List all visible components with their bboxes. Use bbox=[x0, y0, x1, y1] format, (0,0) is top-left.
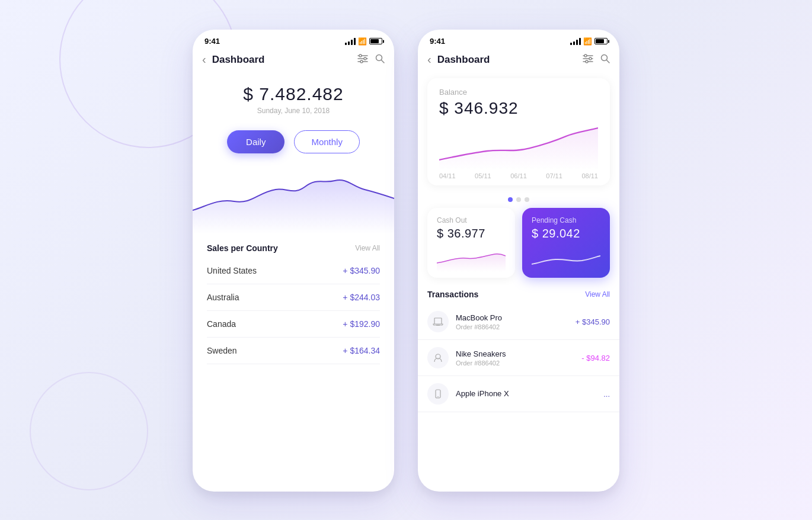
status-icons-right: 📶 bbox=[570, 37, 608, 46]
country-name: Australia bbox=[207, 293, 239, 302]
signal-bar-4 bbox=[579, 38, 581, 45]
signal-icon-right bbox=[570, 38, 581, 45]
battery-icon bbox=[369, 38, 382, 44]
signal-bar-1 bbox=[570, 43, 572, 45]
balance-card-right: Balance $ 346.932 04/11 05/11 0 bbox=[427, 78, 610, 185]
status-bar-left: 9:41 📶 bbox=[193, 30, 394, 50]
back-button-right[interactable]: ‹ bbox=[427, 53, 431, 66]
chart-x-labels: 04/11 05/11 06/11 07/11 08/11 bbox=[439, 170, 598, 179]
svg-line-7 bbox=[382, 60, 385, 63]
dot-1[interactable] bbox=[508, 197, 513, 202]
x-label-4: 07/11 bbox=[546, 172, 562, 179]
svg-point-5 bbox=[360, 60, 363, 63]
balance-label-right: Balance bbox=[439, 88, 598, 97]
svg-point-13 bbox=[586, 60, 588, 63]
dot-2[interactable] bbox=[516, 197, 521, 202]
x-label-1: 04/11 bbox=[439, 172, 456, 179]
country-list: United States + $345.90 Australia + $244… bbox=[193, 258, 394, 364]
nav-bar-right: ‹ Dashboard bbox=[418, 50, 619, 72]
svg-point-11 bbox=[584, 54, 587, 57]
country-name: United States bbox=[207, 266, 257, 275]
left-chart bbox=[193, 163, 394, 234]
signal-bar-2 bbox=[573, 41, 575, 45]
wifi-icon-right: 📶 bbox=[583, 37, 592, 46]
signal-bar-4 bbox=[354, 38, 356, 45]
transaction-icon-nike bbox=[427, 347, 449, 368]
x-label-3: 06/11 bbox=[510, 172, 527, 179]
x-label-5: 08/11 bbox=[581, 172, 598, 179]
battery-icon-right bbox=[594, 38, 608, 44]
transaction-info-iphone: Apple iPhone X bbox=[456, 389, 603, 399]
signal-icon bbox=[345, 38, 356, 45]
filter-icon-left[interactable] bbox=[357, 54, 368, 66]
nav-icons-left bbox=[357, 54, 385, 66]
svg-point-12 bbox=[589, 57, 592, 60]
dot-3[interactable] bbox=[525, 197, 529, 202]
battery-fill bbox=[370, 39, 379, 43]
daily-tab-button[interactable]: Daily bbox=[227, 130, 284, 153]
transactions-title: Transactions bbox=[427, 290, 478, 299]
balance-date: Sunday, June 10, 2018 bbox=[204, 107, 382, 115]
battery-fill-right bbox=[596, 39, 604, 43]
country-amount: + $244.03 bbox=[343, 293, 380, 302]
nav-title-right: Dashboard bbox=[437, 54, 583, 66]
time-right: 9:41 bbox=[430, 37, 445, 46]
transaction-name-macbook: MacBook Pro bbox=[456, 313, 576, 322]
transactions-view-all[interactable]: View All bbox=[585, 290, 610, 298]
signal-bar-2 bbox=[348, 41, 350, 45]
phone-left: 9:41 📶 ‹ Dashboard bbox=[193, 30, 394, 492]
transaction-item-3: Apple iPhone X ... bbox=[418, 376, 619, 412]
svg-point-3 bbox=[359, 54, 362, 57]
pending-cash-label: Pending Cash bbox=[532, 216, 600, 224]
country-name: Canada bbox=[207, 319, 236, 329]
nav-icons-right bbox=[583, 54, 610, 66]
list-item: Canada + $192.90 bbox=[207, 311, 380, 338]
signal-bar-1 bbox=[345, 43, 347, 45]
transaction-order-macbook: Order #886402 bbox=[456, 323, 576, 330]
transaction-icon-macbook bbox=[427, 311, 449, 332]
wifi-icon: 📶 bbox=[358, 37, 367, 46]
sales-section-header: Sales per Country View All bbox=[193, 234, 394, 258]
transaction-icon-iphone bbox=[427, 383, 449, 405]
filter-icon-right[interactable] bbox=[583, 54, 593, 66]
svg-point-4 bbox=[364, 57, 366, 60]
country-amount: + $345.90 bbox=[343, 266, 380, 275]
cash-out-label: Cash Out bbox=[437, 216, 506, 224]
sales-view-all[interactable]: View All bbox=[355, 244, 380, 252]
signal-bar-3 bbox=[351, 40, 353, 45]
nav-title-left: Dashboard bbox=[212, 54, 357, 66]
pagination-dots bbox=[418, 191, 619, 208]
list-item: Sweden + $164.34 bbox=[207, 338, 380, 364]
cash-cards-row: Cash Out $ 36.977 bbox=[418, 208, 619, 278]
transaction-name-nike: Nike Sneakers bbox=[456, 349, 581, 358]
status-bar-right: 9:41 📶 bbox=[418, 30, 619, 50]
transaction-info-nike: Nike Sneakers Order #886402 bbox=[456, 349, 581, 367]
transactions-header: Transactions View All bbox=[418, 285, 619, 304]
sales-title: Sales per Country bbox=[207, 243, 278, 253]
cash-out-card: Cash Out $ 36.977 bbox=[427, 208, 515, 278]
balance-chart-right bbox=[439, 123, 598, 170]
cash-out-chart bbox=[437, 245, 506, 272]
transaction-item-2: Nike Sneakers Order #886402 - $94.82 bbox=[418, 340, 619, 376]
nav-bar-left: ‹ Dashboard bbox=[193, 50, 394, 72]
transaction-order-nike: Order #886402 bbox=[456, 359, 581, 367]
tab-buttons: Daily Monthly bbox=[193, 121, 394, 163]
status-icons-left: 📶 bbox=[345, 37, 382, 46]
monthly-tab-button[interactable]: Monthly bbox=[294, 130, 360, 153]
pending-cash-card: Pending Cash $ 29.042 bbox=[522, 208, 610, 278]
time-left: 9:41 bbox=[204, 37, 220, 46]
x-label-2: 05/11 bbox=[475, 172, 491, 179]
transaction-amount-iphone: ... bbox=[603, 390, 610, 399]
balance-section-left: $ 7.482.482 Sunday, June 10, 2018 bbox=[193, 72, 394, 121]
country-amount: + $164.34 bbox=[343, 346, 380, 355]
search-icon-left[interactable] bbox=[375, 54, 385, 66]
balance-amount-right: $ 346.932 bbox=[439, 99, 598, 118]
phones-container: 9:41 📶 ‹ Dashboard bbox=[193, 30, 619, 492]
svg-line-15 bbox=[607, 60, 610, 63]
transaction-info-macbook: MacBook Pro Order #886402 bbox=[456, 313, 576, 330]
search-icon-right[interactable] bbox=[600, 54, 610, 66]
transaction-amount-macbook: + $345.90 bbox=[576, 317, 610, 326]
transaction-item-1: MacBook Pro Order #886402 + $345.90 bbox=[418, 304, 619, 340]
back-button-left[interactable]: ‹ bbox=[202, 53, 206, 66]
list-item: United States + $345.90 bbox=[207, 258, 380, 284]
